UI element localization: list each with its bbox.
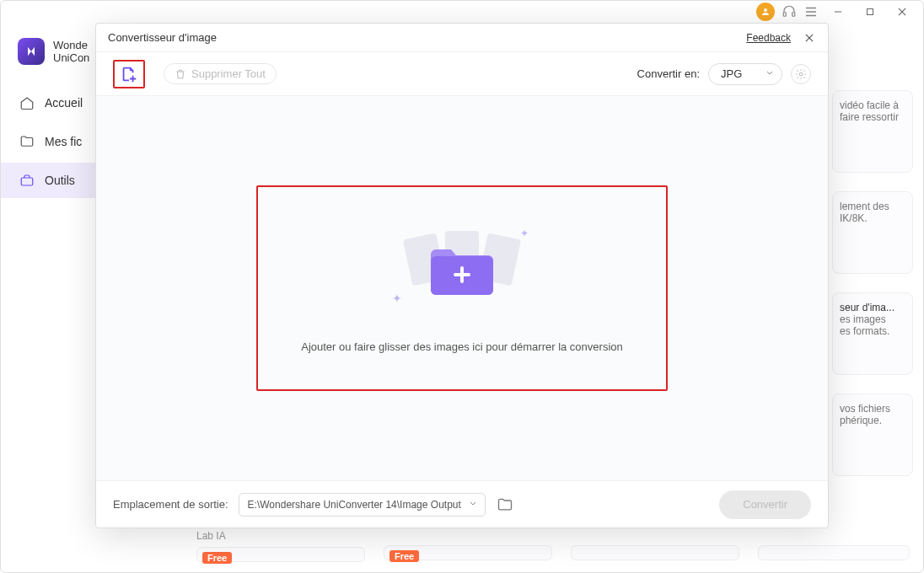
free-badge: Free [389, 550, 419, 562]
folder-plus-icon [426, 243, 498, 298]
format-select[interactable]: JPG [708, 63, 782, 85]
image-converter-modal: Convertisseur d'image Feedback Supprimer… [95, 23, 829, 528]
modal-toolbar: Supprimer Tout Convertir en: JPG [96, 52, 828, 96]
svg-rect-7 [868, 9, 873, 15]
free-card[interactable] [571, 545, 739, 560]
drop-area[interactable]: ✦ ✦ Ajouter ou faire glisser des images … [96, 96, 828, 480]
add-image-highlight [113, 60, 145, 88]
drop-area-text: Ajouter ou faire glisser des images ici … [301, 340, 623, 353]
brand-line2: UniCon [53, 51, 89, 64]
toolbox-icon [19, 173, 35, 188]
svg-point-0 [764, 8, 767, 12]
sidebar-item-label: Outils [45, 174, 75, 187]
feedback-link[interactable]: Feedback [746, 32, 791, 44]
format-value: JPG [721, 67, 742, 80]
home-icon [19, 95, 35, 110]
convert-in-label: Convertir en: [637, 67, 700, 80]
free-card[interactable]: Free [196, 547, 365, 562]
drop-zone-highlight: ✦ ✦ Ajouter ou faire glisser des images … [256, 185, 668, 391]
free-card[interactable]: Free [384, 545, 552, 560]
svg-rect-10 [21, 178, 33, 185]
minimize-button[interactable] [825, 2, 851, 22]
brand-line1: Wonde [53, 39, 89, 51]
modal-header: Convertisseur d'image Feedback [96, 24, 828, 52]
sidebar-item-label: Mes fic [45, 135, 82, 148]
output-location-label: Emplacement de sortie: [113, 498, 228, 511]
folder-icon [19, 134, 35, 149]
card-stub: seur d'ima... es images es formats. [832, 292, 913, 375]
card-stub: vos fichiers phérique. [832, 394, 913, 476]
sidebar-item-label: Accueil [45, 96, 83, 110]
modal-title: Convertisseur d'image [108, 31, 217, 44]
brand-logo [18, 38, 45, 65]
close-modal-button[interactable] [803, 31, 816, 45]
chevron-down-icon [765, 67, 775, 80]
modal-footer: Emplacement de sortie: E:\Wondershare Un… [96, 480, 828, 527]
output-path-select[interactable]: E:\Wondershare UniConverter 14\Image Out… [239, 493, 486, 517]
maximize-button[interactable] [857, 2, 883, 22]
convert-button[interactable]: Convertir [719, 490, 811, 519]
lab-label: Lab IA [196, 530, 365, 542]
svg-rect-2 [792, 13, 795, 17]
format-settings-button[interactable] [791, 64, 811, 84]
delete-all-button[interactable]: Supprimer Tout [164, 63, 277, 84]
free-card[interactable] [758, 545, 910, 560]
sparkle-icon: ✦ [392, 292, 402, 305]
free-badge: Free [202, 552, 232, 564]
drop-illustration: ✦ ✦ [399, 224, 525, 317]
lab-row: Lab IA Free Free [196, 530, 913, 562]
cards-peek: vidéo facile à faire ressortir lement de… [832, 90, 913, 476]
delete-all-label: Supprimer Tout [191, 67, 266, 80]
sparkle-icon: ✦ [520, 228, 529, 239]
card-stub: vidéo facile à faire ressortir [832, 90, 913, 173]
menu-icon[interactable] [803, 4, 819, 19]
open-folder-button[interactable] [496, 495, 514, 514]
window-titlebar [1, 1, 923, 23]
add-image-button[interactable] [120, 65, 138, 83]
headset-icon[interactable] [782, 4, 797, 19]
user-avatar-badge[interactable] [756, 3, 775, 21]
output-path-value: E:\Wondershare UniConverter 14\Image Out… [248, 499, 461, 511]
brand-text: Wonde UniCon [53, 39, 89, 64]
svg-point-13 [799, 72, 803, 76]
chevron-down-icon [468, 498, 478, 511]
svg-rect-1 [783, 13, 786, 17]
card-stub: lement des IK/8K. [832, 191, 913, 274]
close-window-button[interactable] [889, 2, 915, 22]
